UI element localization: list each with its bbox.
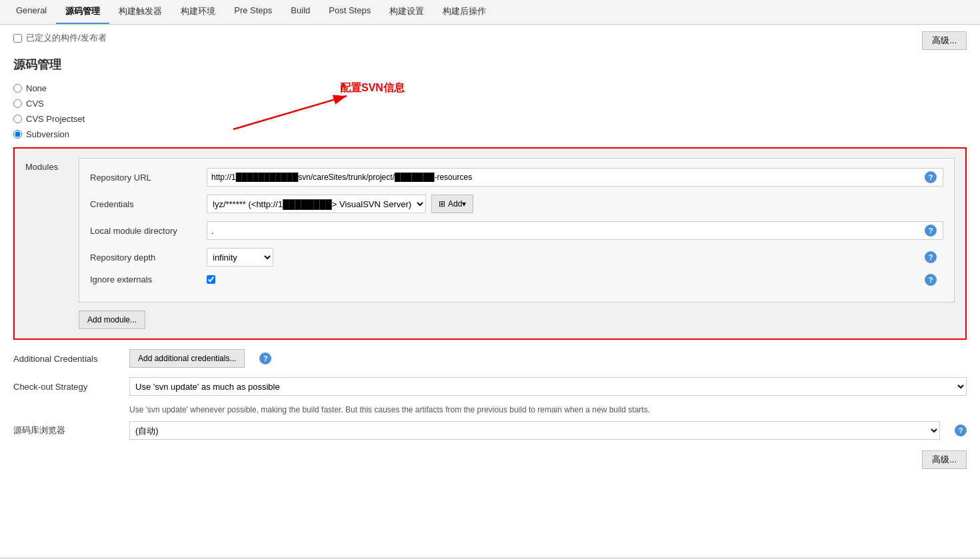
repo-url-row: Repository URL ? bbox=[90, 168, 943, 187]
radio-subversion[interactable]: Subversion bbox=[13, 129, 967, 139]
credentials-add-button[interactable]: ⊞ Add▾ bbox=[431, 195, 473, 213]
add-btn-label: Add▾ bbox=[448, 199, 466, 209]
advanced-top-button[interactable]: 高级... bbox=[922, 31, 967, 50]
top-checkbox-label: 已定义的构件/发布者 bbox=[26, 32, 107, 44]
add-icon: ⊞ bbox=[439, 199, 445, 209]
tab-pre-steps[interactable]: Pre Steps bbox=[225, 0, 281, 24]
modules-right: Repository URL ? Credentials lyz/** bbox=[79, 158, 955, 329]
subversion-panel: Modules Repository URL ? bbox=[13, 147, 967, 340]
top-nav: General 源码管理 构建触发器 构建环境 Pre Steps Build … bbox=[0, 0, 980, 25]
radio-cvs[interactable]: CVS bbox=[13, 99, 967, 109]
radio-none-label: None bbox=[26, 83, 47, 93]
modules-label: Modules bbox=[25, 158, 79, 329]
credentials-select[interactable]: lyz/****** (<http://1████████> VisualSVN… bbox=[207, 195, 426, 213]
ignore-externals-row: Ignore externals ? bbox=[90, 275, 943, 284]
checkout-strategy-select[interactable]: Use 'svn update' as much as possible Alw… bbox=[129, 377, 967, 396]
ignore-externals-checkbox[interactable] bbox=[207, 275, 215, 284]
repo-url-control bbox=[207, 168, 943, 187]
ignore-externals-label: Ignore externals bbox=[90, 275, 207, 284]
ignore-externals-control bbox=[207, 275, 943, 284]
browser-select[interactable]: (自动) bbox=[129, 421, 940, 440]
section-heading: 源码管理 bbox=[13, 57, 967, 73]
credentials-control: lyz/****** (<http://1████████> VisualSVN… bbox=[207, 195, 943, 213]
tab-general[interactable]: General bbox=[7, 0, 56, 24]
top-checkbox[interactable] bbox=[13, 34, 22, 43]
browser-help-icon[interactable]: ? bbox=[955, 424, 967, 436]
radio-group: None CVS CVS Projectset Subversion bbox=[13, 83, 967, 139]
repo-url-help-icon[interactable]: ? bbox=[925, 171, 937, 183]
local-module-label: Local module directory bbox=[90, 226, 207, 236]
repo-depth-row: Repository depth infinity empty files im… bbox=[90, 248, 943, 267]
browser-row: 源码库浏览器 (自动) ? bbox=[13, 421, 967, 440]
local-module-row: Local module directory ? bbox=[90, 221, 943, 240]
checkout-strategy-label: Check-out Strategy bbox=[13, 382, 120, 392]
credentials-row: Credentials lyz/****** (<http://1███████… bbox=[90, 195, 943, 213]
tab-build-env[interactable]: 构建环境 bbox=[171, 0, 225, 24]
advanced-bottom-button[interactable]: 高级... bbox=[922, 450, 967, 469]
tab-build-triggers[interactable]: 构建触发器 bbox=[109, 0, 171, 24]
local-module-help-icon[interactable]: ? bbox=[925, 225, 937, 237]
repo-depth-select[interactable]: infinity empty files immediates bbox=[207, 248, 273, 267]
tab-post-build[interactable]: 构建后操作 bbox=[433, 0, 495, 24]
bottom-advanced-row: 高级... bbox=[13, 450, 967, 469]
additional-credentials-label: Additional Credentials bbox=[13, 354, 120, 364]
local-module-control bbox=[207, 221, 943, 240]
repo-url-input[interactable] bbox=[207, 168, 943, 187]
modules-section: Modules Repository URL ? bbox=[25, 158, 955, 329]
additional-credentials-row: Additional Credentials Add additional cr… bbox=[13, 349, 967, 368]
radio-cvs-projectset-label: CVS Projectset bbox=[26, 114, 85, 124]
add-module-button[interactable]: Add module... bbox=[79, 310, 145, 329]
tab-build-settings[interactable]: 构建设置 bbox=[380, 0, 433, 24]
tab-post-steps[interactable]: Post Steps bbox=[319, 0, 380, 24]
radio-cvs-label: CVS bbox=[26, 99, 44, 109]
top-checkbox-row: 已定义的构件/发布者 bbox=[13, 32, 107, 44]
repo-depth-label: Repository depth bbox=[90, 253, 207, 263]
module-box: Repository URL ? Credentials lyz/** bbox=[79, 158, 955, 302]
ignore-externals-help-icon[interactable]: ? bbox=[925, 274, 937, 286]
tab-source-management[interactable]: 源码管理 bbox=[56, 0, 109, 24]
radio-none[interactable]: None bbox=[13, 83, 967, 93]
additional-credentials-help-icon[interactable]: ? bbox=[259, 352, 271, 364]
repo-url-label: Repository URL bbox=[90, 173, 207, 183]
add-additional-credentials-button[interactable]: Add additional credentials... bbox=[129, 349, 245, 368]
checkout-strategy-desc: Use 'svn update' whenever possible, maki… bbox=[129, 405, 967, 414]
checkout-strategy-row: Check-out Strategy Use 'svn update' as m… bbox=[13, 377, 967, 396]
tab-build[interactable]: Build bbox=[281, 0, 319, 24]
radio-subversion-label: Subversion bbox=[26, 129, 69, 139]
radio-cvs-projectset[interactable]: CVS Projectset bbox=[13, 114, 967, 124]
browser-label: 源码库浏览器 bbox=[13, 424, 120, 436]
local-module-input[interactable] bbox=[207, 221, 943, 240]
credentials-label: Credentials bbox=[90, 199, 207, 209]
main-content: 已定义的构件/发布者 高级... 源码管理 None CVS CVS Proje… bbox=[0, 25, 980, 558]
repo-depth-help-icon[interactable]: ? bbox=[925, 251, 937, 263]
repo-depth-control: infinity empty files immediates bbox=[207, 248, 943, 267]
